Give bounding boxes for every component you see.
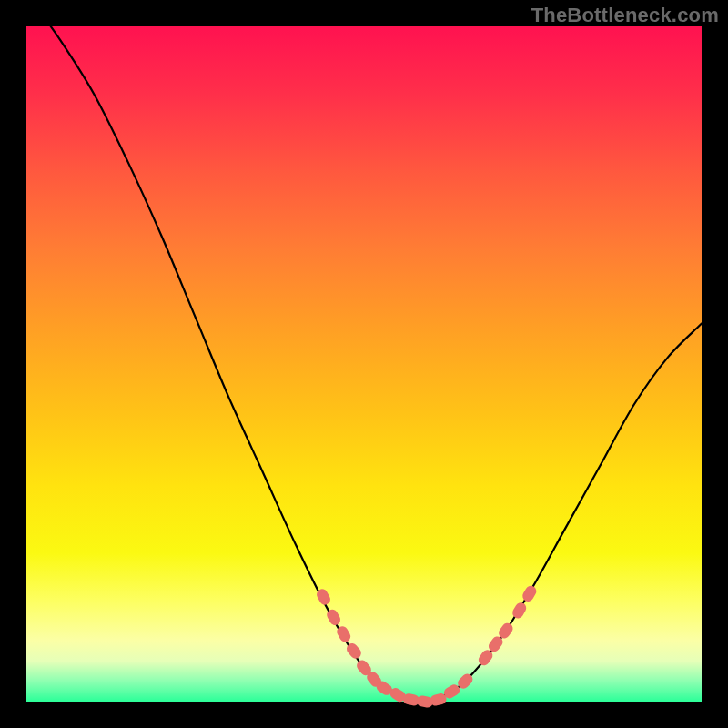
bottleneck-curve [26, 0, 702, 703]
highlight-dots [315, 584, 539, 709]
chart-svg [26, 26, 702, 702]
plot-area [26, 26, 702, 702]
watermark-text: TheBottleneck.com [531, 4, 719, 27]
highlight-dot [511, 601, 528, 621]
chart-frame: TheBottleneck.com [0, 0, 728, 728]
highlight-dot [521, 584, 538, 604]
